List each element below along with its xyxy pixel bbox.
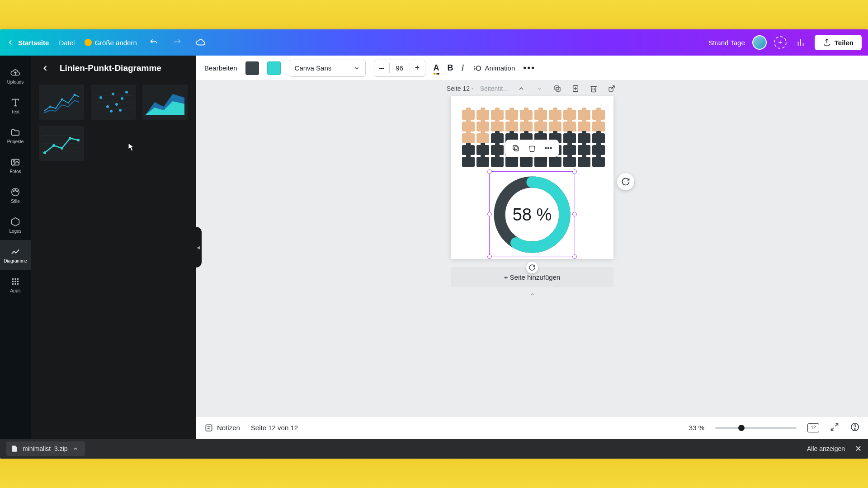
svg-point-8 xyxy=(13,160,15,162)
insights-button[interactable] xyxy=(794,36,807,49)
color-swatch-dark[interactable] xyxy=(245,61,259,75)
download-chip[interactable]: minimalist_3.zip xyxy=(6,441,85,456)
rail-text[interactable]: Text xyxy=(0,91,31,121)
upload-icon xyxy=(823,38,831,47)
progress-ring[interactable]: 58 % xyxy=(491,174,573,255)
rail-photos[interactable]: Fotos xyxy=(0,150,31,180)
rail-styles[interactable]: Stile xyxy=(0,180,31,210)
copy-page-button[interactable] xyxy=(570,83,581,94)
svg-point-34 xyxy=(125,91,128,94)
home-button[interactable]: Startseite xyxy=(6,38,49,47)
resize-menu[interactable]: Größe ändern xyxy=(85,39,137,47)
size-increase[interactable]: + xyxy=(410,63,425,73)
font-name: Canva Sans xyxy=(295,64,332,72)
delete-page-button[interactable] xyxy=(588,83,599,94)
share-button[interactable]: Teilen xyxy=(815,35,862,50)
svg-point-30 xyxy=(106,105,109,108)
svg-point-19 xyxy=(17,281,19,282)
rail-label: Logos xyxy=(9,229,21,234)
app-shell: Startseite Datei Größe ändern Strand Tag… xyxy=(0,29,868,459)
status-bar: Notizen Seite 12 von 12 33 % 12 xyxy=(196,416,868,439)
svg-line-62 xyxy=(831,428,834,431)
italic-button[interactable]: I xyxy=(462,63,464,73)
panel-back-button[interactable] xyxy=(39,62,52,75)
zoom-slider[interactable] xyxy=(715,427,797,429)
bold-button[interactable]: B xyxy=(448,63,453,73)
help-button[interactable] xyxy=(850,422,860,433)
show-all-downloads[interactable]: Alle anzeigen xyxy=(807,445,845,452)
svg-point-15 xyxy=(14,278,16,280)
rail-label: Uploads xyxy=(7,80,24,84)
regenerate-button[interactable] xyxy=(617,173,634,190)
close-downloads-bar[interactable]: ✕ xyxy=(855,444,862,454)
fullscreen-button[interactable] xyxy=(830,422,839,433)
svg-point-17 xyxy=(12,281,14,282)
zoom-value[interactable]: 33 % xyxy=(689,424,704,432)
canvas-page[interactable]: ••• 58 % xyxy=(451,96,613,259)
font-size-stepper: – 96 + xyxy=(374,60,425,77)
svg-rect-48 xyxy=(556,87,560,91)
rail-label: Diagramme xyxy=(4,258,27,263)
ctx-duplicate[interactable] xyxy=(510,142,522,154)
chart-thumb-scatter[interactable] xyxy=(91,84,136,120)
chart-thumb-multiline[interactable] xyxy=(39,84,84,120)
copy-icon xyxy=(512,144,520,152)
svg-point-25 xyxy=(74,94,76,96)
chevron-up-icon xyxy=(72,446,79,452)
svg-point-23 xyxy=(49,106,52,108)
panel-collapse-button[interactable]: ◀ xyxy=(195,227,202,267)
external-icon xyxy=(608,84,616,93)
rail-label: Fotos xyxy=(9,169,21,174)
svg-point-22 xyxy=(17,283,19,285)
pictogram-grid xyxy=(462,110,602,167)
canvas-area: Bearbeiten Canva Sans – 96 + A B I Anima… xyxy=(196,56,868,439)
undo-button[interactable] xyxy=(147,36,160,49)
undo-icon xyxy=(149,38,158,47)
font-select[interactable]: Canva Sans xyxy=(289,60,366,77)
page-down-button[interactable] xyxy=(533,83,545,94)
page-up-button[interactable] xyxy=(515,83,527,94)
rail-apps[interactable]: Apps xyxy=(0,270,31,300)
duplicate-page-button[interactable] xyxy=(552,83,563,94)
cloud-status[interactable] xyxy=(194,36,208,49)
rail-projects[interactable]: Projekte xyxy=(0,121,31,150)
rail-uploads[interactable]: Uploads xyxy=(0,61,31,91)
file-menu[interactable]: Datei xyxy=(59,39,75,47)
top-menubar: Startseite Datei Größe ändern Strand Tag… xyxy=(0,29,868,56)
svg-point-10 xyxy=(13,191,14,192)
edit-button[interactable]: Bearbeiten xyxy=(204,64,237,72)
redo-button[interactable] xyxy=(170,36,184,49)
expand-handle[interactable]: ⌃ xyxy=(523,292,541,295)
rail-charts[interactable]: Diagramme xyxy=(0,240,31,270)
open-page-button[interactable] xyxy=(606,83,618,94)
svg-point-45 xyxy=(69,137,71,140)
avatar[interactable] xyxy=(752,35,767,50)
notes-button[interactable]: Notizen xyxy=(204,423,240,432)
text-color-button[interactable]: A xyxy=(434,63,439,73)
page-title-input[interactable]: Seitentit… xyxy=(480,85,509,92)
progress-ring-selection[interactable]: 58 % xyxy=(489,171,575,257)
ctx-more[interactable]: ••• xyxy=(542,142,554,154)
page-counter: Seite 12 von 12 xyxy=(251,424,298,432)
svg-point-36 xyxy=(119,109,122,112)
grid-icon xyxy=(10,277,20,286)
rotate-handle[interactable] xyxy=(526,262,538,273)
text-icon xyxy=(10,98,20,108)
svg-point-24 xyxy=(61,99,63,101)
grid-view-button[interactable]: 12 xyxy=(807,423,819,432)
size-decrease[interactable]: – xyxy=(374,63,390,73)
svg-point-64 xyxy=(854,429,855,430)
more-button[interactable]: ••• xyxy=(523,63,535,73)
color-swatch-accent[interactable] xyxy=(267,61,281,75)
rail-logos[interactable]: Logos xyxy=(0,210,31,240)
notes-icon xyxy=(204,423,213,432)
chart-thumb-line[interactable] xyxy=(39,126,84,161)
chart-thumb-area[interactable] xyxy=(142,84,188,120)
animation-button[interactable]: Animation xyxy=(472,64,515,73)
add-member-button[interactable]: + xyxy=(774,36,787,49)
size-value[interactable]: 96 xyxy=(390,64,410,72)
add-page-button[interactable]: + Seite hinzufügen xyxy=(451,267,613,287)
ctx-delete[interactable] xyxy=(526,142,538,154)
document-title[interactable]: Strand Tage xyxy=(708,39,745,47)
chevron-left-icon xyxy=(41,64,50,73)
